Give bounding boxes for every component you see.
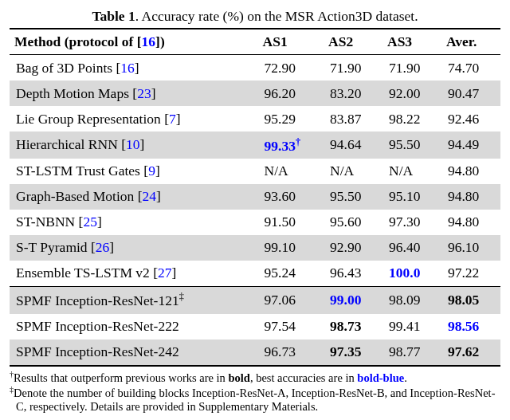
table-row: Depth Motion Maps [23]96.2083.2092.0090.… bbox=[10, 80, 500, 106]
method-cell: Ensemble TS-LSTM v2 [27] bbox=[10, 261, 258, 287]
cell-as2: 92.90 bbox=[324, 235, 382, 261]
caption-label: Table 1 bbox=[92, 8, 135, 24]
cell-avg: 96.10 bbox=[441, 235, 500, 261]
cell-as3: N/A bbox=[382, 159, 441, 184]
cell-as1: 97.54 bbox=[258, 314, 324, 340]
table-body: Bag of 3D Points [16]72.9071.9071.9074.7… bbox=[10, 55, 500, 366]
method-prefix: Method (protocol of [ bbox=[14, 33, 142, 49]
cell-as3: 98.77 bbox=[382, 340, 441, 366]
table-row: Ensemble TS-LSTM v2 [27]95.2496.43100.09… bbox=[10, 261, 500, 287]
footnote-1: †Results that outperform previous works … bbox=[10, 370, 500, 385]
cell-as1: 95.29 bbox=[258, 106, 324, 131]
cell-avg: 74.70 bbox=[441, 55, 500, 81]
caption-text: . Accuracy rate (%) on the MSR Action3D … bbox=[135, 8, 418, 24]
cell-as1: 93.60 bbox=[258, 184, 324, 210]
fn2-text: Denote the number of building blocks Inc… bbox=[14, 387, 495, 413]
cell-as1: 97.06 bbox=[258, 286, 324, 313]
cell-avg: 97.22 bbox=[441, 261, 500, 287]
table-row: Graph-Based Motion [24]93.6095.5095.1094… bbox=[10, 184, 500, 210]
cell-as2: 97.35 bbox=[324, 340, 382, 366]
cell-as2: N/A bbox=[324, 159, 382, 184]
table-row: ST-LSTM Trust Gates [9]N/AN/AN/A94.80 bbox=[10, 159, 500, 184]
footnote-2: ‡Denote the number of building blocks In… bbox=[10, 385, 500, 414]
cell-as2: 71.90 bbox=[324, 55, 382, 81]
table-row: Bag of 3D Points [16]72.9071.9071.9074.7… bbox=[10, 55, 500, 81]
cell-avg: 97.62 bbox=[441, 340, 500, 366]
cell-as2: 98.73 bbox=[324, 314, 382, 340]
table-row: SPMF Inception-ResNet-121‡97.0699.0098.0… bbox=[10, 286, 500, 313]
table-row: S-T Pyramid [26]99.1092.9096.4096.10 bbox=[10, 235, 500, 261]
method-cell: Depth Motion Maps [23] bbox=[10, 80, 258, 106]
cell-as3: 96.40 bbox=[382, 235, 441, 261]
fn1-best: bold-blue bbox=[357, 371, 404, 383]
col-as3: AS3 bbox=[382, 29, 441, 55]
fn1-end: . bbox=[404, 371, 407, 383]
method-cell: Bag of 3D Points [16] bbox=[10, 55, 258, 81]
cell-as1: 95.24 bbox=[258, 261, 324, 287]
cell-as2: 94.64 bbox=[324, 131, 382, 159]
cell-as1: 99.33† bbox=[258, 131, 324, 159]
cell-as3: 95.50 bbox=[382, 131, 441, 159]
fn1-mid: , best accuracies are in bbox=[250, 371, 357, 383]
fn1-bold: bold bbox=[228, 371, 249, 383]
cell-as2: 99.00 bbox=[324, 286, 382, 313]
cell-as3: 99.41 bbox=[382, 314, 441, 340]
cell-as1: 99.10 bbox=[258, 235, 324, 261]
footnotes: †Results that outperform previous works … bbox=[10, 370, 500, 414]
cell-avg: 94.80 bbox=[441, 210, 500, 235]
cell-as1: 91.50 bbox=[258, 210, 324, 235]
method-suffix: ]) bbox=[155, 33, 165, 49]
cell-as2: 96.43 bbox=[324, 261, 382, 287]
table-caption: Table 1. Accuracy rate (%) on the MSR Ac… bbox=[10, 8, 500, 25]
cell-as2: 95.60 bbox=[324, 210, 382, 235]
cell-as3: 98.22 bbox=[382, 106, 441, 131]
results-table: Method (protocol of [16]) AS1 AS2 AS3 Av… bbox=[10, 28, 500, 367]
cell-as3: 100.0 bbox=[382, 261, 441, 287]
cell-as2: 83.87 bbox=[324, 106, 382, 131]
method-cell: SPMF Inception-ResNet-222 bbox=[10, 314, 258, 340]
method-cell: ST-LSTM Trust Gates [9] bbox=[10, 159, 258, 184]
cell-avg: 98.56 bbox=[441, 314, 500, 340]
table-row: SPMF Inception-ResNet-22297.5498.7399.41… bbox=[10, 314, 500, 340]
cell-avg: 92.46 bbox=[441, 106, 500, 131]
method-cell: S-T Pyramid [26] bbox=[10, 235, 258, 261]
cell-as1: 96.20 bbox=[258, 80, 324, 106]
cell-avg: 94.49 bbox=[441, 131, 500, 159]
cell-avg: 94.80 bbox=[441, 159, 500, 184]
col-as2: AS2 bbox=[324, 29, 382, 55]
method-cell: SPMF Inception-ResNet-121‡ bbox=[10, 286, 258, 313]
col-as1: AS1 bbox=[258, 29, 324, 55]
method-cell: Lie Group Representation [7] bbox=[10, 106, 258, 131]
method-cell: SPMF Inception-ResNet-242 bbox=[10, 340, 258, 366]
table-row: ST-NBNN [25]91.5095.6097.3094.80 bbox=[10, 210, 500, 235]
method-cell: Hierarchical RNN [10] bbox=[10, 131, 258, 159]
cell-as3: 98.09 bbox=[382, 286, 441, 313]
fn1-pre: Results that outperform previous works a… bbox=[14, 371, 228, 383]
cell-as2: 95.50 bbox=[324, 184, 382, 210]
table-header-row: Method (protocol of [16]) AS1 AS2 AS3 Av… bbox=[10, 29, 500, 55]
cell-avg: 98.05 bbox=[441, 286, 500, 313]
col-method: Method (protocol of [16]) bbox=[10, 29, 258, 55]
cell-as1: N/A bbox=[258, 159, 324, 184]
col-aver: Aver. bbox=[441, 29, 500, 55]
cell-as3: 95.10 bbox=[382, 184, 441, 210]
method-cell: Graph-Based Motion [24] bbox=[10, 184, 258, 210]
cell-avg: 94.80 bbox=[441, 184, 500, 210]
cell-as1: 72.90 bbox=[258, 55, 324, 81]
cell-avg: 90.47 bbox=[441, 80, 500, 106]
cell-as3: 97.30 bbox=[382, 210, 441, 235]
cell-as3: 92.00 bbox=[382, 80, 441, 106]
table-row: Hierarchical RNN [10]99.33†94.6495.5094.… bbox=[10, 131, 500, 159]
method-cell: ST-NBNN [25] bbox=[10, 210, 258, 235]
method-ref: 16 bbox=[142, 33, 156, 49]
cell-as3: 71.90 bbox=[382, 55, 441, 81]
table-row: SPMF Inception-ResNet-24296.7397.3598.77… bbox=[10, 340, 500, 366]
cell-as2: 83.20 bbox=[324, 80, 382, 106]
cell-as1: 96.73 bbox=[258, 340, 324, 366]
table-row: Lie Group Representation [7]95.2983.8798… bbox=[10, 106, 500, 131]
